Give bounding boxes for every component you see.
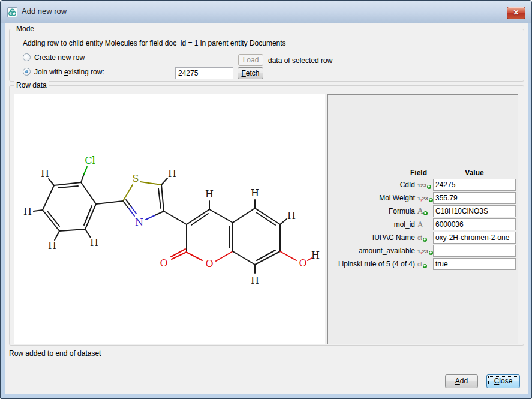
field-label: Formula [389, 207, 415, 215]
table-row: mol_id A 6000036 [331, 218, 516, 230]
field-label: mol_id [394, 220, 415, 229]
atom-label-h: H [168, 168, 176, 179]
atom-label-h: H [205, 188, 214, 200]
window-title: Add new row [22, 7, 67, 16]
field-label: CdId [400, 181, 415, 189]
atom-label-h: H [311, 250, 320, 261]
field-type-icon: A [415, 221, 433, 228]
atom-label-o: O [160, 257, 167, 269]
field-value-input[interactable]: 6000036 [433, 218, 516, 230]
footer-separator [5, 365, 528, 365]
value-column-header: Value [433, 169, 516, 177]
atom-label-h: H [251, 187, 259, 199]
table-row: Mol Weight 1,23 355.79 [331, 192, 516, 204]
field-value-input[interactable]: true [433, 258, 516, 270]
field-value-input[interactable]: 24275 [433, 179, 516, 191]
atom-label-h: H [23, 206, 32, 217]
table-header: Field Value [331, 169, 516, 177]
table-row: Lipinski rule of 5 (4 of 4) ct true [331, 258, 516, 270]
fetch-button[interactable]: Fetch [238, 67, 263, 79]
close-icon[interactable]: ✕ [507, 7, 525, 19]
table-row: amount_available 1,23 [331, 245, 516, 257]
field-type-icon: ct [415, 234, 433, 242]
atom-label-h: H [41, 168, 49, 179]
field-value-input[interactable] [433, 245, 516, 257]
status-text: Row added to end of dataset [9, 349, 101, 358]
field-value-input[interactable]: C18H10ClNO3S [433, 205, 516, 217]
field-column-header: Field [330, 169, 433, 177]
atom-label-s: S [133, 173, 139, 184]
field-label: amount_available [359, 247, 415, 255]
field-label: Mol Weight [379, 194, 415, 202]
table-row: CdId 123 24275 [331, 179, 516, 191]
mode-legend: Mode [14, 25, 36, 33]
add-button[interactable]: Add [445, 374, 478, 388]
field-type-icon: 123 [415, 181, 433, 189]
field-value-input[interactable]: oxy-2H-chromen-2-one [433, 232, 516, 244]
join-existing-radio[interactable] [23, 68, 31, 76]
join-existing-radio-label[interactable]: Join with existing row: [34, 68, 104, 76]
table-row: IUPAC Name ct oxy-2H-chromen-2-one [331, 232, 516, 244]
field-value-input[interactable]: 355.79 [433, 192, 516, 204]
table-row: Formula A C18H10ClNO3S [331, 205, 516, 217]
close-button[interactable]: Close [486, 374, 520, 388]
atom-label-h: H [251, 275, 259, 286]
atom-label-h: H [287, 210, 296, 221]
molecule-canvas: Cl S N O O O H H H H H H H H H H [14, 94, 325, 344]
atom-label-h: H [90, 237, 98, 248]
atom-label-h: H [48, 240, 56, 251]
load-button[interactable]: Load [238, 54, 263, 66]
field-label: IUPAC Name [372, 233, 415, 242]
atom-label-cl: Cl [85, 155, 95, 166]
field-type-icon: 1,23 [415, 194, 433, 202]
atom-label-n: N [135, 217, 143, 228]
title-bar[interactable]: Add new row ✕ [1, 1, 532, 23]
row-data-legend: Row data [14, 81, 49, 89]
dialog-content: Mode Adding row to child entity Molecule… [5, 23, 528, 394]
molecule-structure: Cl S N O O O H H H H H H H H H H [14, 94, 325, 344]
app-icon [7, 7, 17, 17]
dialog-window: Add new row ✕ Mode Adding row to child e… [0, 0, 532, 399]
atom-label-o: O [205, 258, 213, 269]
mode-groupbox: Mode Adding row to child entity Molecule… [9, 29, 524, 82]
row-id-input[interactable] [175, 67, 233, 79]
create-new-radio[interactable] [23, 53, 31, 61]
field-value-panel: Field Value CdId 123 24275 Mol Weight 1,… [327, 94, 518, 344]
field-type-icon: A [415, 208, 433, 215]
row-data-groupbox: Row data [9, 85, 524, 346]
field-label: Lipinski rule of 5 (4 of 4) [338, 260, 415, 268]
create-new-radio-label[interactable]: Create new row [34, 53, 85, 62]
atom-label-o: O [299, 257, 306, 269]
field-type-icon: 1,23 [415, 247, 433, 255]
field-type-icon: ct [415, 260, 433, 268]
load-suffix-text: data of selected row [268, 56, 332, 65]
mode-info-text: Adding row to child entity Molecules for… [23, 39, 286, 47]
